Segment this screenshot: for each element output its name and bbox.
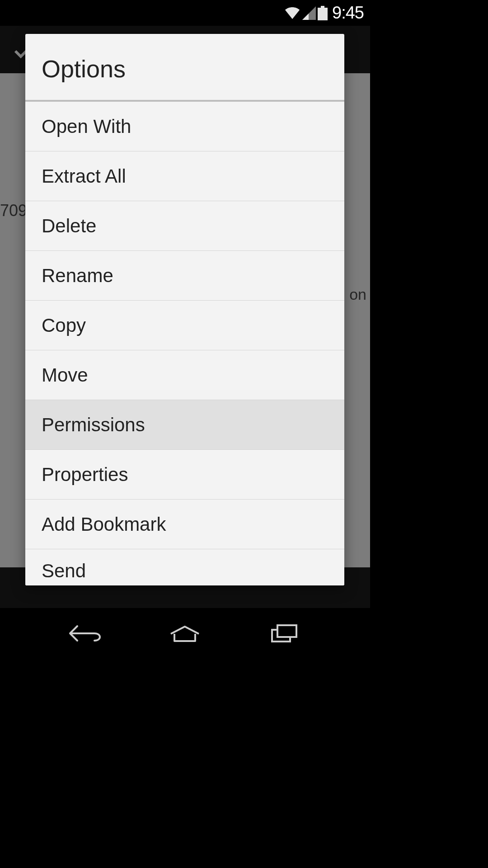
option-rename[interactable]: Rename <box>25 251 344 301</box>
home-button[interactable] <box>164 622 205 645</box>
option-label: Send <box>42 560 86 582</box>
option-send[interactable]: Send <box>25 549 344 585</box>
svg-rect-3 <box>277 625 296 637</box>
option-permissions[interactable]: Permissions <box>25 400 344 450</box>
cell-signal-icon <box>302 6 316 20</box>
dialog-title-wrap: Options <box>25 34 344 102</box>
option-label: Copy <box>42 315 86 336</box>
option-list: Open With Extract All Delete Rename Copy… <box>25 102 344 585</box>
option-delete[interactable]: Delete <box>25 201 344 251</box>
option-properties[interactable]: Properties <box>25 450 344 500</box>
dialog-title: Options <box>42 55 328 83</box>
option-label: Open With <box>42 116 131 137</box>
option-label: Rename <box>42 265 113 287</box>
battery-icon <box>318 6 328 20</box>
option-label: Add Bookmark <box>42 514 166 535</box>
back-button[interactable] <box>66 622 106 645</box>
svg-rect-1 <box>318 8 328 20</box>
option-copy[interactable]: Copy <box>25 301 344 350</box>
recent-apps-button[interactable] <box>264 622 305 645</box>
android-nav-bar <box>0 608 370 658</box>
option-label: Properties <box>42 464 128 486</box>
option-open-with[interactable]: Open With <box>25 102 344 151</box>
option-label: Delete <box>42 215 96 237</box>
status-bar: 9:45 <box>0 0 370 26</box>
option-add-bookmark[interactable]: Add Bookmark <box>25 500 344 549</box>
option-label: Move <box>42 364 88 386</box>
option-move[interactable]: Move <box>25 350 344 400</box>
option-extract-all[interactable]: Extract All <box>25 151 344 201</box>
svg-rect-0 <box>321 6 324 8</box>
options-dialog: Options Open With Extract All Delete Ren… <box>25 34 344 585</box>
option-label: Permissions <box>42 414 145 436</box>
option-label: Extract All <box>42 165 126 187</box>
wifi-icon <box>284 6 300 20</box>
status-clock: 9:45 <box>332 3 364 23</box>
